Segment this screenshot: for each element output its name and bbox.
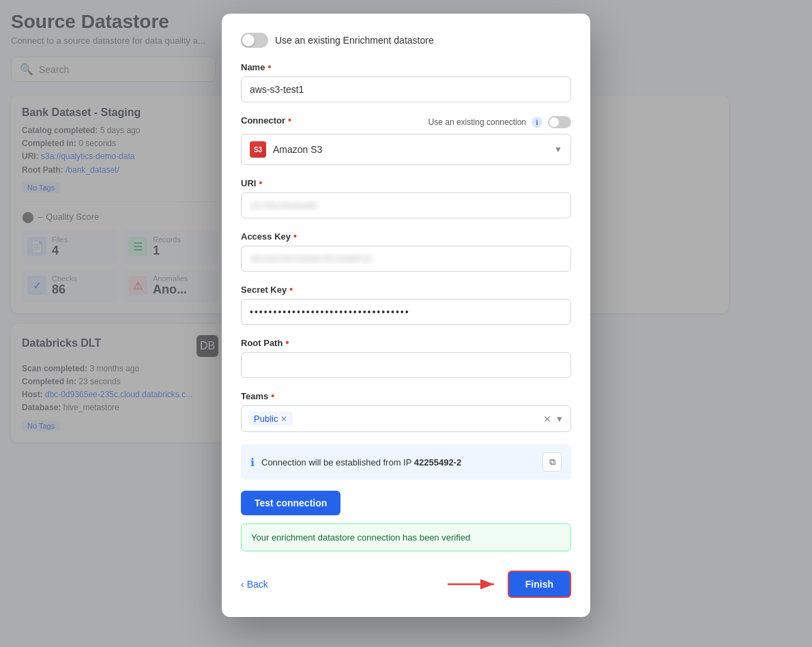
access-key-label: Access Key • bbox=[241, 231, 571, 242]
teams-input[interactable]: Public ✕ ✕ ▼ bbox=[241, 405, 571, 432]
root-path-required: • bbox=[285, 337, 289, 348]
modal-overlay: Use an existing Enrichment datastore Nam… bbox=[0, 0, 812, 647]
back-button[interactable]: ‹ Back bbox=[241, 579, 268, 590]
secret-key-label: Secret Key • bbox=[241, 284, 571, 295]
root-path-label: Root Path • bbox=[241, 337, 571, 348]
copy-icon: ⧉ bbox=[549, 457, 555, 468]
use-existing-label: Use an existing connection bbox=[429, 117, 526, 127]
connector-chevron-icon: ▼ bbox=[554, 145, 562, 154]
teams-label: Teams • bbox=[241, 390, 571, 401]
connector-value: Amazon S3 bbox=[273, 144, 547, 155]
ip-info-box: ℹ Connection will be established from IP… bbox=[241, 444, 571, 480]
root-path-input[interactable] bbox=[241, 352, 571, 378]
team-tag-remove[interactable]: ✕ bbox=[280, 414, 287, 424]
teams-group: Teams • Public ✕ ✕ ▼ bbox=[241, 390, 571, 432]
connector-required: • bbox=[288, 115, 291, 126]
secret-key-group: Secret Key • bbox=[241, 284, 571, 325]
modal-footer: ‹ Back Finish bbox=[241, 565, 571, 598]
connector-label: Connector • bbox=[241, 115, 291, 126]
connector-group: Connector • Use an existing connection ℹ… bbox=[241, 115, 571, 165]
modal-dialog: Use an existing Enrichment datastore Nam… bbox=[222, 14, 590, 617]
name-label: Name • bbox=[241, 61, 571, 72]
ip-info-icon: ℹ bbox=[250, 456, 255, 469]
teams-chevron-icon[interactable]: ▼ bbox=[555, 414, 564, 424]
uri-label: URI • bbox=[241, 177, 571, 188]
root-path-group: Root Path • bbox=[241, 337, 571, 378]
secret-key-input[interactable] bbox=[241, 299, 571, 325]
use-existing-toggle[interactable] bbox=[548, 116, 571, 128]
copy-ip-button[interactable]: ⧉ bbox=[542, 452, 562, 472]
back-chevron-icon: ‹ bbox=[241, 579, 244, 590]
info-icon: ℹ bbox=[532, 117, 542, 128]
public-team-tag: Public ✕ bbox=[248, 412, 293, 426]
teams-clear-icon[interactable]: ✕ bbox=[543, 414, 551, 425]
toggle-label: Use an existing Enrichment datastore bbox=[275, 35, 434, 46]
name-input[interactable] bbox=[241, 76, 571, 102]
name-group: Name • bbox=[241, 61, 571, 102]
secret-key-required: • bbox=[289, 284, 293, 295]
finish-button[interactable]: Finish bbox=[508, 571, 571, 598]
uri-group: URI • bbox=[241, 177, 571, 218]
toggle-row: Use an existing Enrichment datastore bbox=[241, 33, 571, 48]
access-key-group: Access Key • bbox=[241, 231, 571, 272]
use-existing-row: Use an existing connection ℹ bbox=[429, 116, 571, 128]
connector-dropdown[interactable]: S3 Amazon S3 ▼ bbox=[241, 134, 571, 165]
uri-required: • bbox=[259, 177, 262, 188]
uri-input[interactable] bbox=[241, 192, 571, 218]
access-key-required: • bbox=[293, 231, 297, 242]
name-required: • bbox=[267, 61, 271, 72]
ip-info-text: Connection will be established from IP 4… bbox=[261, 457, 536, 468]
access-key-input[interactable] bbox=[241, 246, 571, 272]
arrow-annotation bbox=[448, 576, 502, 592]
test-connection-button[interactable]: Test connection bbox=[241, 491, 340, 515]
teams-required: • bbox=[271, 390, 274, 401]
enrichment-toggle[interactable] bbox=[241, 33, 268, 48]
success-message: Your enrichment datastore connection has… bbox=[241, 523, 571, 551]
s3-logo: S3 bbox=[250, 141, 266, 158]
